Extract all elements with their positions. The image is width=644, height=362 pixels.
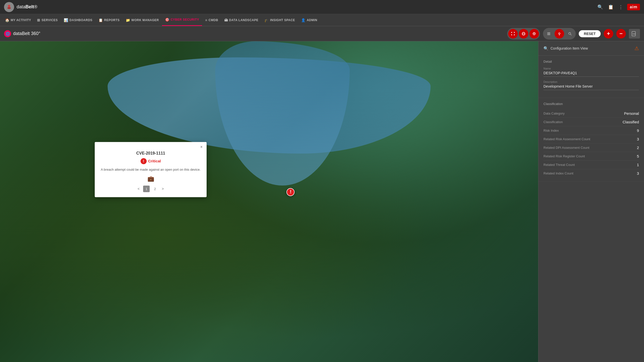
map-area[interactable]: ✓ ℹ ! × CVE-2019-1111 ! Critical — [0, 41, 538, 362]
row-key: Data Category — [543, 112, 565, 115]
classification-row: Related Index Count 3 — [543, 169, 639, 177]
reset-button[interactable]: RESET — [579, 30, 601, 37]
row-value: Personal — [624, 111, 639, 116]
page-2[interactable]: 2 — [152, 186, 158, 192]
row-value: Classified — [623, 120, 639, 124]
cve-id: CVE-2019-1111 — [101, 151, 201, 156]
popup-header: × — [95, 142, 207, 149]
row-key: Classification — [543, 120, 563, 124]
row-value: 3 — [637, 171, 639, 175]
prev-page-button[interactable]: < — [136, 186, 141, 191]
zoom-in-button[interactable]: + — [604, 29, 613, 39]
nav-data-landscape[interactable]: 🏔 DATA LANDSCAPE — [221, 14, 262, 26]
nav-cyber-security[interactable]: 🎯 CYBER SECURITY — [162, 14, 202, 26]
right-panel: 🔍 Configuration Item View ⚠ Detail Name … — [538, 41, 644, 362]
panel-title: 🔍 Configuration Item View — [543, 46, 588, 51]
red-alert-marker[interactable]: ! — [286, 188, 295, 196]
detail-section-title: Detail — [543, 60, 639, 63]
popup-description: A breach attempt could be made against a… — [101, 167, 201, 172]
svg-line-15 — [571, 34, 572, 35]
page-1[interactable]: 1 — [143, 186, 150, 192]
next-page-button[interactable]: > — [160, 186, 165, 191]
list-filter-button[interactable] — [544, 29, 554, 39]
row-value: 9 — [637, 128, 639, 133]
brand-logo: dataBelt® — [4, 2, 37, 12]
row-value: 5 — [637, 154, 639, 158]
map-marker-red[interactable]: ! — [286, 188, 295, 196]
row-value: 1 — [637, 163, 639, 167]
description-label: Description — [543, 80, 639, 83]
svg-rect-10 — [547, 33, 550, 34]
logo-icon — [4, 2, 14, 12]
nav-reports[interactable]: 📋 REPORTS — [95, 14, 123, 26]
row-key: Related DPI Assessment Count — [543, 146, 589, 150]
popup-pagination: < 1 2 > — [101, 186, 201, 192]
main-navigation: 🏠 MY ACTIVITY ⊞ SERVICES 📊 DASHBOARDS 📋 … — [0, 14, 644, 26]
row-key: Related Risk Register Count — [543, 154, 585, 158]
popup-close-button[interactable]: × — [200, 145, 203, 149]
insight-icon: 🎓 — [264, 18, 269, 22]
nav-my-activity[interactable]: 🏠 MY ACTIVITY — [2, 14, 34, 26]
search-icon[interactable]: 🔍 — [596, 3, 604, 11]
nav-admin[interactable]: 👤 ADMIN — [298, 14, 320, 26]
svg-rect-9 — [547, 32, 550, 33]
svg-rect-11 — [547, 34, 550, 35]
map-background: ✓ ℹ ! × CVE-2019-1111 ! Critical — [0, 41, 538, 362]
palette-button[interactable] — [529, 29, 539, 39]
topbar-icons: 🔍 📋 ⋮ — [596, 3, 624, 11]
pdf-export-button[interactable]: PDF — [629, 29, 640, 39]
mountain-icon: 🏔 — [224, 18, 228, 22]
classification-title: Classification — [543, 102, 639, 106]
subtoolbar: 🌐 dataBelt 360° — [0, 26, 644, 41]
main-area: ✓ ℹ ! × CVE-2019-1111 ! Critical — [0, 41, 644, 362]
page-title-area: 🌐 dataBelt 360° — [4, 30, 40, 37]
topbar: dataBelt® 🔍 📋 ⋮ aim — [0, 0, 644, 14]
classification-row: Classification Classified — [543, 118, 639, 126]
row-key: Related Threat Count — [543, 163, 575, 167]
nav-services[interactable]: ⊞ SERVICES — [34, 14, 61, 26]
nav-cmdb[interactable]: ≡ CMDB — [202, 14, 221, 26]
svg-point-7 — [534, 33, 535, 33]
briefcase-icon: 💼 — [101, 175, 201, 182]
more-icon[interactable]: ⋮ — [618, 3, 624, 11]
panel-header: 🔍 Configuration Item View ⚠ — [538, 41, 644, 56]
config-search-icon: 🔍 — [543, 46, 549, 51]
clipboard-icon[interactable]: 📋 — [607, 3, 615, 11]
classification-row: Related Threat Count 1 — [543, 161, 639, 169]
row-value: 2 — [637, 146, 639, 150]
name-label: Name — [543, 67, 639, 70]
popup-body: CVE-2019-1111 ! Critical A breach attemp… — [95, 149, 207, 197]
map-river2 — [215, 41, 350, 186]
svg-point-0 — [8, 5, 10, 7]
filter-group — [543, 28, 576, 40]
zoom-out-button[interactable]: − — [616, 29, 626, 39]
view-mode-group — [507, 28, 540, 40]
svg-point-14 — [569, 32, 571, 34]
pin-button[interactable] — [555, 29, 564, 39]
page-title: dataBelt 360° — [13, 31, 40, 36]
svg-point-6 — [533, 33, 534, 33]
grid-icon: ⊞ — [37, 18, 40, 22]
description-value: Development Home File Server — [543, 84, 639, 90]
description-field: Description Development Home File Server — [543, 80, 639, 90]
severity-row: ! Critical — [101, 158, 201, 164]
classification-rows: Data Category Personal Classification Cl… — [543, 109, 639, 177]
fullscreen-button[interactable] — [508, 29, 518, 39]
globe-view-button[interactable] — [519, 29, 528, 39]
folder-icon: 📁 — [126, 18, 130, 22]
classification-row: Related Risk Assessment Count 3 — [543, 135, 639, 143]
svg-text:PDF: PDF — [633, 33, 636, 35]
aim-badge: aim — [627, 4, 640, 10]
cmdb-icon: ≡ — [205, 18, 207, 22]
classification-row: Risk Index 9 — [543, 126, 639, 135]
nav-work-manager[interactable]: 📁 WORK MANAGER — [123, 14, 162, 26]
brand-name: dataBelt® — [17, 4, 37, 10]
nav-dashboards[interactable]: 📊 DASHBOARDS — [61, 14, 95, 26]
row-key: Related Risk Assessment Count — [543, 137, 590, 141]
name-field: Name DESKTOP-PAVE4Q1 — [543, 67, 639, 77]
row-value: 3 — [637, 137, 639, 141]
nav-insight-space[interactable]: 🎓 INSIGHT SPACE — [261, 14, 298, 26]
search-circle-button[interactable] — [565, 29, 575, 39]
target-icon: 🎯 — [165, 18, 170, 22]
warning-icon: ⚠ — [634, 45, 639, 51]
